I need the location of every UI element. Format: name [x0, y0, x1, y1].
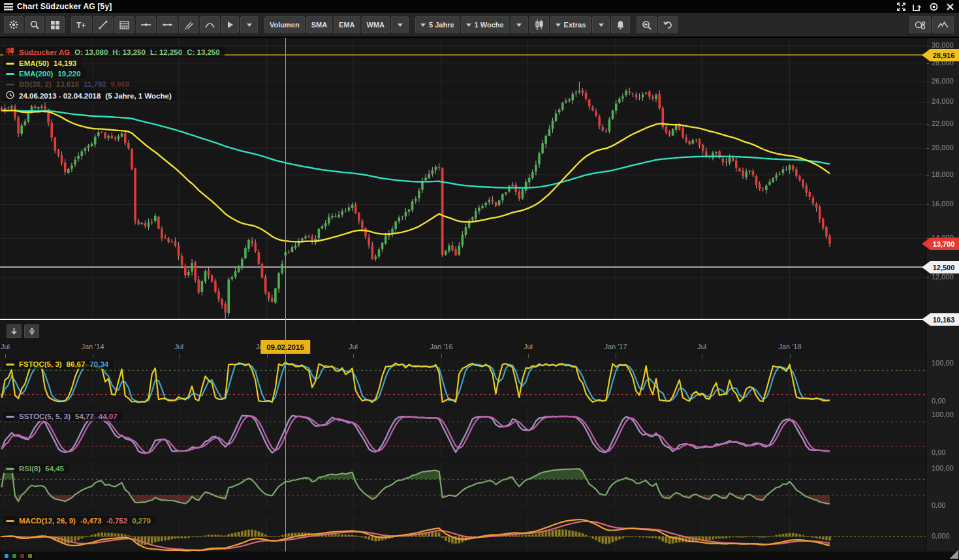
- rsi-value: 64,45: [45, 465, 64, 473]
- rsi-legend[interactable]: RSI(8)64,45: [3, 464, 69, 473]
- price-tick: [926, 82, 929, 82]
- bollinger-legend-row[interactable]: BB(20, 2) 13,616 11,792 9,968: [3, 80, 134, 89]
- chart-type-dropdown[interactable]: [511, 16, 528, 33]
- fstoc-panel[interactable]: [0, 358, 926, 406]
- toolbar-range-group: 5 Jahre1 WocheExtras: [415, 16, 630, 33]
- ema200-value: 19,220: [57, 70, 80, 78]
- maximize-icon[interactable]: [896, 1, 906, 12]
- toolbar: T+ VolumenSMAEMAWMA 5 Jahre1 WocheExtras: [0, 13, 959, 38]
- fstoc-value: 70,34: [89, 360, 108, 368]
- sstoc-legend[interactable]: SSTOC(5, 5, 3)54,7744,07: [3, 412, 122, 421]
- visible-daterange: 24.06.2013 - 02.04.2018: [19, 92, 101, 100]
- bubbles-view-button[interactable]: [909, 16, 931, 33]
- arc-button[interactable]: [200, 16, 220, 33]
- chart-legend: Südzucker AG O: 13,080 H: 13,250 L: 12,2…: [3, 46, 225, 102]
- time-axis-label: Jul: [1, 343, 10, 350]
- wma-button[interactable]: WMA: [362, 16, 390, 33]
- volumen-button[interactable]: Volumen: [264, 16, 305, 33]
- fstoc-legend[interactable]: FSTOC(5, 3)86,6770,34: [3, 360, 113, 369]
- price-tick: [926, 102, 929, 102]
- menu-icon[interactable]: [0, 0, 17, 13]
- fstoc-swatch: [6, 364, 14, 366]
- toolbar-right-group: [909, 16, 954, 33]
- undo-button[interactable]: [658, 16, 678, 33]
- price-axis-label: 18,000: [932, 170, 954, 178]
- fstoc-axis-label: 0,00: [932, 397, 945, 405]
- indicator-view-button[interactable]: [932, 16, 954, 33]
- export-icon[interactable]: [912, 1, 922, 12]
- daterange-legend-row: 24.06.2013 - 02.04.2018 (5 Jahre, 1 Woch…: [3, 90, 176, 101]
- rsi-panel[interactable]: [0, 461, 926, 510]
- price-axis-label: 24,000: [932, 97, 954, 105]
- alerts-dropdown[interactable]: [592, 16, 610, 33]
- collapse-panel-button[interactable]: [7, 324, 22, 338]
- time-axis-label: Jan '18: [778, 343, 801, 350]
- instrument-name: Südzucker AG: [19, 48, 70, 56]
- series-toggle-swatch[interactable]: [4, 553, 9, 559]
- time-axis-label: Jul: [524, 343, 533, 350]
- price-axis-label: 30,000: [932, 41, 954, 49]
- ema200-label: EMA(200): [19, 70, 53, 78]
- sma-button[interactable]: SMA: [306, 16, 332, 33]
- macd-swatch: [6, 520, 14, 522]
- toolbar-left-icon-group: [4, 16, 65, 33]
- ema50-value: 14,193: [54, 59, 76, 67]
- play-button[interactable]: [221, 16, 239, 33]
- low-value: 12,250: [159, 48, 182, 56]
- price-tick: [926, 277, 929, 278]
- extras-dropdown[interactable]: Extras: [550, 16, 591, 33]
- visible-daterange-detail: (5 Jahre, 1 Woche): [105, 92, 171, 100]
- time-axis: JulJan '14JulJan '15JulJan '16JulJan '17…: [0, 323, 926, 358]
- time-axis-label: Jul: [174, 343, 183, 350]
- pencil-button[interactable]: [179, 16, 198, 33]
- ema-button[interactable]: EMA: [334, 16, 360, 33]
- more-dropdown-button[interactable]: [240, 16, 258, 33]
- price-badge: 28,916: [922, 49, 959, 61]
- price-tick: [926, 238, 929, 239]
- trendline-button[interactable]: [93, 16, 113, 33]
- toolbar-zoom-group: [637, 16, 678, 33]
- price-tick: [926, 148, 929, 149]
- series-toggle-swatch[interactable]: [20, 553, 25, 559]
- indicator-more-dropdown[interactable]: [391, 16, 409, 33]
- candle-style-button[interactable]: [529, 16, 549, 33]
- bell-button[interactable]: [611, 16, 630, 33]
- clock-icon: [6, 91, 14, 101]
- rsi-axis-label: 0,00: [932, 501, 945, 509]
- series-toggle-swatch[interactable]: [27, 553, 33, 559]
- search-button[interactable]: [25, 16, 44, 33]
- macd-legend[interactable]: MACD(12, 26, 9)-0,473-0,7520,279: [3, 516, 155, 525]
- time-axis-label: Jul: [349, 343, 358, 350]
- price-axis-label: 26,000: [932, 77, 954, 85]
- zoom-in-button[interactable]: [637, 16, 657, 33]
- range-dropdown[interactable]: 5 Jahre: [415, 16, 460, 33]
- sstoc-panel[interactable]: [0, 409, 926, 458]
- bottom-strip: [0, 552, 959, 560]
- horizontal-ray-button[interactable]: [157, 16, 178, 33]
- horizontal-line-button[interactable]: [136, 16, 156, 33]
- layout-grid-button[interactable]: [46, 16, 65, 33]
- bb-label: BB(20, 2): [19, 80, 52, 88]
- fibonacci-button[interactable]: [114, 16, 134, 33]
- interval-dropdown[interactable]: 1 Woche: [461, 16, 509, 33]
- settings-button[interactable]: [4, 16, 24, 33]
- text-plus-button[interactable]: T+: [71, 16, 92, 33]
- ema200-legend-row[interactable]: EMA(200) 19,220: [3, 69, 86, 78]
- instrument-legend-row[interactable]: Südzucker AG O: 13,080 H: 13,250 L: 12,2…: [3, 46, 225, 57]
- fstoc-axis-label: 100,00: [932, 359, 954, 367]
- price-badge: 12,500: [922, 261, 959, 273]
- close-icon[interactable]: [945, 1, 955, 12]
- price-tick: [926, 175, 929, 176]
- sstoc-axis-label: 100,00: [932, 411, 954, 418]
- series-toggle-swatch[interactable]: [12, 553, 17, 559]
- close-value: 13,250: [197, 48, 219, 56]
- price-badge: 10,163: [922, 313, 959, 326]
- ema50-swatch: [6, 63, 14, 65]
- rsi-swatch: [6, 468, 14, 470]
- toolbar-indicator-group: VolumenSMAEMAWMA: [264, 16, 409, 33]
- reorder-panels-button[interactable]: [24, 324, 39, 338]
- record-icon[interactable]: [928, 1, 939, 12]
- ema50-legend-row[interactable]: EMA(50) 14,193: [3, 59, 81, 68]
- chart-application-window: Chart Südzucker AG [5y] T+ VolumenSMAEMA…: [0, 0, 959, 560]
- resize-handle[interactable]: [950, 550, 958, 559]
